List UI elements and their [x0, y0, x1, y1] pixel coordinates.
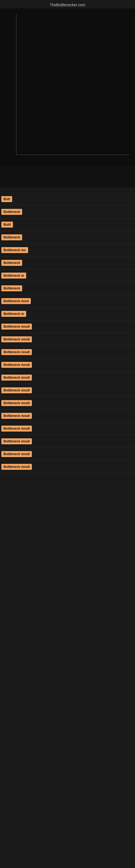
spacer-1 [0, 166, 135, 187]
result-row-13: Bottleneck result [0, 346, 135, 359]
result-row-16: Bottleneck result [0, 384, 135, 397]
result-row-10: Bottleneck re [0, 308, 135, 320]
result-row-18: Bottleneck result [0, 410, 135, 422]
result-row-20: Bottleneck result [0, 435, 135, 448]
result-row-4: Bottleneck [0, 231, 135, 244]
result-badge-18[interactable]: Bottleneck result [1, 413, 32, 419]
result-row-21: Bottleneck result [0, 448, 135, 461]
results-section: BottBottleneckBottlBottleneckBottleneck … [0, 187, 135, 473]
result-row-2: Bottleneck [0, 206, 135, 218]
result-badge-3[interactable]: Bottl [1, 222, 13, 227]
result-row-15: Bottleneck result [0, 371, 135, 384]
axis-line-left [16, 14, 16, 155]
site-title-text: TheBottlenecker.com [50, 3, 85, 7]
result-badge-5[interactable]: Bottleneck res [1, 247, 28, 253]
result-badge-4[interactable]: Bottleneck [1, 235, 22, 240]
result-row-1: Bott [0, 193, 135, 206]
result-row-3: Bottl [0, 218, 135, 231]
chart-area [0, 8, 135, 166]
result-badge-19[interactable]: Bottleneck result [1, 426, 32, 432]
result-row-19: Bottleneck result [0, 422, 135, 435]
result-badge-10[interactable]: Bottleneck re [1, 311, 26, 317]
result-badge-13[interactable]: Bottleneck result [1, 349, 32, 355]
result-badge-11[interactable]: Bottleneck result [1, 323, 32, 330]
result-row-22: Bottleneck result [0, 461, 135, 473]
result-badge-22[interactable]: Bottleneck result [1, 464, 32, 470]
result-badge-16[interactable]: Bottleneck result [1, 388, 32, 393]
result-badge-17[interactable]: Bottleneck result [1, 400, 32, 406]
result-row-9: Bottleneck resul [0, 295, 135, 308]
result-row-12: Bottleneck result [0, 333, 135, 346]
result-row-7: Bottleneck re [0, 269, 135, 282]
site-title: TheBottlenecker.com [0, 0, 135, 8]
result-row-11: Bottleneck result [0, 320, 135, 333]
result-row-17: Bottleneck result [0, 397, 135, 410]
result-row-8: Bottleneck [0, 282, 135, 295]
result-badge-14[interactable]: Bottleneck result [1, 362, 32, 368]
result-badge-21[interactable]: Bottleneck result [1, 451, 32, 457]
result-badge-6[interactable]: Bottleneck [1, 260, 22, 266]
result-badge-15[interactable]: Bottleneck result [1, 375, 32, 380]
result-badge-8[interactable]: Bottleneck [1, 285, 22, 291]
result-badge-2[interactable]: Bottleneck [1, 209, 22, 215]
result-row-5: Bottleneck res [0, 244, 135, 257]
axis-line-bottom [16, 155, 130, 155]
result-badge-7[interactable]: Bottleneck re [1, 273, 26, 279]
result-row-14: Bottleneck result [0, 359, 135, 371]
result-badge-9[interactable]: Bottleneck resul [1, 298, 31, 304]
result-badge-20[interactable]: Bottleneck result [1, 438, 32, 444]
result-badge-12[interactable]: Bottleneck result [1, 336, 32, 342]
result-badge-1[interactable]: Bott [1, 196, 12, 202]
result-row-6: Bottleneck [0, 257, 135, 269]
